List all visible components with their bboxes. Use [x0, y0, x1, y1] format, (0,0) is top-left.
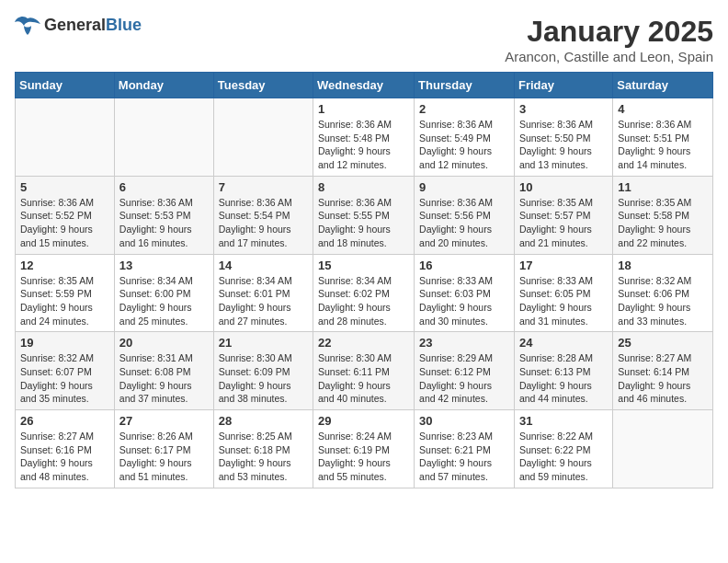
- calendar-week-row: 12Sunrise: 8:35 AMSunset: 5:59 PMDayligh…: [16, 254, 713, 332]
- day-info: Sunrise: 8:36 AMSunset: 5:49 PMDaylight:…: [419, 118, 509, 172]
- calendar-week-row: 19Sunrise: 8:32 AMSunset: 6:07 PMDayligh…: [16, 332, 713, 410]
- calendar-cell: 24Sunrise: 8:28 AMSunset: 6:13 PMDayligh…: [514, 332, 612, 410]
- calendar-cell: 1Sunrise: 8:36 AMSunset: 5:48 PMDaylight…: [313, 98, 415, 177]
- calendar-cell: 23Sunrise: 8:29 AMSunset: 6:12 PMDayligh…: [415, 332, 515, 410]
- day-info: Sunrise: 8:31 AMSunset: 6:08 PMDaylight:…: [119, 351, 209, 406]
- day-info: Sunrise: 8:36 AMSunset: 5:51 PMDaylight:…: [618, 118, 708, 172]
- calendar-cell: 8Sunrise: 8:36 AMSunset: 5:55 PMDaylight…: [313, 176, 415, 254]
- weekday-header-sunday: Sunday: [16, 73, 115, 98]
- calendar-cell: 16Sunrise: 8:33 AMSunset: 6:03 PMDayligh…: [415, 254, 515, 332]
- day-number: 9: [419, 180, 509, 194]
- day-info: Sunrise: 8:30 AMSunset: 6:09 PMDaylight:…: [219, 351, 308, 406]
- calendar-body: 1Sunrise: 8:36 AMSunset: 5:48 PMDaylight…: [16, 98, 713, 488]
- weekday-header-saturday: Saturday: [613, 73, 713, 98]
- day-info: Sunrise: 8:32 AMSunset: 6:07 PMDaylight:…: [20, 351, 109, 406]
- calendar-cell: 18Sunrise: 8:32 AMSunset: 6:06 PMDayligh…: [613, 254, 713, 332]
- day-info: Sunrise: 8:29 AMSunset: 6:12 PMDaylight:…: [419, 351, 509, 406]
- weekday-header-wednesday: Wednesday: [313, 73, 415, 98]
- day-number: 17: [519, 259, 608, 272]
- day-number: 6: [119, 180, 209, 194]
- day-number: 8: [318, 180, 409, 194]
- logo-blue: Blue: [106, 16, 142, 34]
- day-number: 22: [318, 336, 409, 350]
- day-info: Sunrise: 8:36 AMSunset: 5:53 PMDaylight:…: [119, 196, 209, 250]
- day-number: 10: [519, 180, 608, 194]
- day-info: Sunrise: 8:36 AMSunset: 5:50 PMDaylight:…: [519, 118, 608, 172]
- calendar-cell: 6Sunrise: 8:36 AMSunset: 5:53 PMDaylight…: [114, 176, 213, 254]
- calendar-cell: 14Sunrise: 8:34 AMSunset: 6:01 PMDayligh…: [213, 254, 313, 332]
- location-subtitle: Arancon, Castille and Leon, Spain: [505, 49, 713, 64]
- day-number: 13: [119, 259, 209, 272]
- calendar-cell: 9Sunrise: 8:36 AMSunset: 5:56 PMDaylight…: [415, 176, 515, 254]
- day-info: Sunrise: 8:36 AMSunset: 5:55 PMDaylight:…: [318, 196, 409, 250]
- calendar-cell: 29Sunrise: 8:24 AMSunset: 6:19 PMDayligh…: [313, 410, 415, 488]
- day-info: Sunrise: 8:24 AMSunset: 6:19 PMDaylight:…: [318, 430, 409, 484]
- day-number: 7: [219, 180, 308, 194]
- day-info: Sunrise: 8:35 AMSunset: 5:59 PMDaylight:…: [20, 274, 109, 328]
- calendar-cell: 20Sunrise: 8:31 AMSunset: 6:08 PMDayligh…: [114, 332, 213, 410]
- logo-general: General: [44, 16, 106, 34]
- day-number: 1: [318, 102, 409, 116]
- calendar-cell: 12Sunrise: 8:35 AMSunset: 5:59 PMDayligh…: [16, 254, 115, 332]
- day-number: 18: [618, 259, 708, 272]
- day-info: Sunrise: 8:28 AMSunset: 6:13 PMDaylight:…: [519, 351, 608, 406]
- weekday-header-thursday: Thursday: [415, 73, 515, 98]
- calendar-week-row: 5Sunrise: 8:36 AMSunset: 5:52 PMDaylight…: [16, 176, 713, 254]
- calendar-cell: 17Sunrise: 8:33 AMSunset: 6:05 PMDayligh…: [514, 254, 612, 332]
- title-block: January 2025 Arancon, Castille and Leon,…: [505, 15, 713, 64]
- calendar-cell: 22Sunrise: 8:30 AMSunset: 6:11 PMDayligh…: [313, 332, 415, 410]
- calendar-cell: 19Sunrise: 8:32 AMSunset: 6:07 PMDayligh…: [16, 332, 115, 410]
- day-info: Sunrise: 8:36 AMSunset: 5:54 PMDaylight:…: [219, 196, 308, 250]
- day-info: Sunrise: 8:34 AMSunset: 6:00 PMDaylight:…: [119, 274, 209, 328]
- day-info: Sunrise: 8:36 AMSunset: 5:48 PMDaylight:…: [318, 118, 409, 172]
- day-number: 19: [20, 336, 109, 350]
- calendar-week-row: 1Sunrise: 8:36 AMSunset: 5:48 PMDaylight…: [16, 98, 713, 177]
- day-number: 5: [20, 180, 109, 194]
- month-year-title: January 2025: [505, 15, 713, 49]
- day-info: Sunrise: 8:35 AMSunset: 5:58 PMDaylight:…: [618, 196, 708, 250]
- day-number: 25: [618, 336, 708, 350]
- day-number: 15: [318, 259, 409, 272]
- calendar-table: SundayMondayTuesdayWednesdayThursdayFrid…: [15, 72, 713, 488]
- day-number: 31: [519, 414, 608, 428]
- calendar-cell: 7Sunrise: 8:36 AMSunset: 5:54 PMDaylight…: [213, 176, 313, 254]
- logo-text: GeneralBlue: [44, 16, 142, 35]
- logo-bird-icon: [15, 15, 40, 35]
- calendar-cell: [16, 98, 115, 177]
- day-info: Sunrise: 8:22 AMSunset: 6:22 PMDaylight:…: [519, 430, 608, 484]
- calendar-cell: [213, 98, 313, 177]
- calendar-cell: 25Sunrise: 8:27 AMSunset: 6:14 PMDayligh…: [613, 332, 713, 410]
- weekday-header-friday: Friday: [514, 73, 612, 98]
- day-number: 28: [219, 414, 308, 428]
- day-info: Sunrise: 8:30 AMSunset: 6:11 PMDaylight:…: [318, 351, 409, 406]
- calendar-week-row: 26Sunrise: 8:27 AMSunset: 6:16 PMDayligh…: [16, 410, 713, 488]
- day-number: 24: [519, 336, 608, 350]
- calendar-cell: [613, 410, 713, 488]
- day-info: Sunrise: 8:36 AMSunset: 5:56 PMDaylight:…: [419, 196, 509, 250]
- calendar-header: SundayMondayTuesdayWednesdayThursdayFrid…: [16, 73, 713, 98]
- day-number: 23: [419, 336, 509, 350]
- weekday-header-monday: Monday: [114, 73, 213, 98]
- calendar-cell: 27Sunrise: 8:26 AMSunset: 6:17 PMDayligh…: [114, 410, 213, 488]
- calendar-cell: 15Sunrise: 8:34 AMSunset: 6:02 PMDayligh…: [313, 254, 415, 332]
- day-number: 2: [419, 102, 509, 116]
- day-info: Sunrise: 8:23 AMSunset: 6:21 PMDaylight:…: [419, 430, 509, 484]
- day-number: 21: [219, 336, 308, 350]
- page-header: GeneralBlue January 2025 Arancon, Castil…: [15, 15, 713, 64]
- day-number: 14: [219, 259, 308, 272]
- day-info: Sunrise: 8:33 AMSunset: 6:03 PMDaylight:…: [419, 274, 509, 328]
- calendar-cell: 4Sunrise: 8:36 AMSunset: 5:51 PMDaylight…: [613, 98, 713, 177]
- day-info: Sunrise: 8:33 AMSunset: 6:05 PMDaylight:…: [519, 274, 608, 328]
- day-info: Sunrise: 8:27 AMSunset: 6:14 PMDaylight:…: [618, 351, 708, 406]
- day-number: 11: [618, 180, 708, 194]
- day-info: Sunrise: 8:27 AMSunset: 6:16 PMDaylight:…: [20, 430, 109, 484]
- calendar-cell: 31Sunrise: 8:22 AMSunset: 6:22 PMDayligh…: [514, 410, 612, 488]
- calendar-cell: 11Sunrise: 8:35 AMSunset: 5:58 PMDayligh…: [613, 176, 713, 254]
- day-info: Sunrise: 8:35 AMSunset: 5:57 PMDaylight:…: [519, 196, 608, 250]
- day-info: Sunrise: 8:34 AMSunset: 6:02 PMDaylight:…: [318, 274, 409, 328]
- day-number: 3: [519, 102, 608, 116]
- day-number: 12: [20, 259, 109, 272]
- day-number: 29: [318, 414, 409, 428]
- day-number: 30: [419, 414, 509, 428]
- day-number: 16: [419, 259, 509, 272]
